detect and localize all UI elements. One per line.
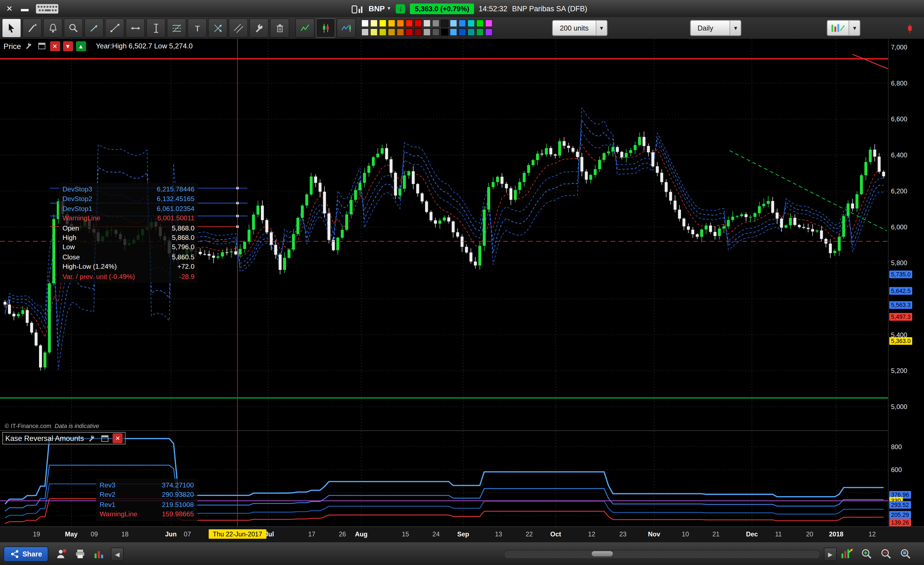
- date-label: 24: [433, 530, 440, 538]
- symbol-selector[interactable]: BNP▼: [369, 4, 391, 13]
- instrument-info-button[interactable]: i: [396, 4, 405, 13]
- print-button[interactable]: [73, 547, 87, 561]
- color-swatch[interactable]: [467, 29, 475, 36]
- keyboard-icon[interactable]: [36, 2, 59, 15]
- color-swatch[interactable]: [458, 29, 466, 36]
- horizontal-scrollbar[interactable]: [504, 550, 820, 559]
- title-bar: ✕ ▬ BNP▼ i 5,363.0 (+0.79%) 14:52:32 BNP…: [0, 0, 924, 17]
- arrows-tool-button[interactable]: [208, 18, 227, 38]
- date-label: 26: [339, 530, 346, 538]
- color-swatch[interactable]: [396, 29, 404, 36]
- color-swatch[interactable]: [370, 29, 378, 36]
- price-info-row: High-Low (1.24%)+72.0: [62, 262, 194, 272]
- color-swatch[interactable]: [441, 20, 448, 27]
- color-swatch[interactable]: [485, 29, 493, 36]
- close-window-icon[interactable]: ✕: [4, 4, 14, 13]
- color-swatch[interactable]: [450, 20, 458, 27]
- text-icon: T: [191, 22, 203, 34]
- color-swatch[interactable]: [388, 29, 396, 36]
- color-swatch[interactable]: [396, 20, 404, 27]
- color-swatch[interactable]: [379, 29, 387, 36]
- color-swatch[interactable]: [476, 29, 484, 36]
- vertical-line-tool-button[interactable]: [146, 18, 165, 38]
- minimize-window-icon[interactable]: ▬: [20, 4, 29, 13]
- color-swatch[interactable]: [485, 20, 493, 27]
- units-dropdown[interactable]: 200 units ▼: [552, 20, 608, 36]
- price-settings-wrench-icon[interactable]: [24, 41, 34, 51]
- indicator-style-dropdown[interactable]: ▼: [827, 20, 861, 36]
- trendline-tool-button[interactable]: [105, 18, 124, 38]
- price-move-down-icon[interactable]: ▼: [63, 41, 73, 51]
- color-swatch[interactable]: [432, 20, 440, 27]
- candlestick-chart-style-button[interactable]: [316, 18, 336, 38]
- fibonacci-icon: [171, 22, 182, 34]
- delete-tool-button[interactable]: [270, 18, 289, 38]
- share-button[interactable]: Share: [4, 546, 49, 562]
- color-swatch[interactable]: [450, 29, 458, 36]
- color-swatch[interactable]: [362, 29, 369, 36]
- price-tag-label: 5,563.3: [890, 301, 912, 309]
- price-info-row: DevStop26,132.45165: [62, 194, 194, 204]
- price-window-icon[interactable]: [37, 41, 47, 51]
- color-swatch[interactable]: [388, 20, 396, 27]
- settings-tool-button[interactable]: [249, 18, 268, 38]
- date-label: 12: [868, 530, 876, 538]
- color-swatch[interactable]: [423, 20, 431, 27]
- color-swatch[interactable]: [370, 20, 378, 27]
- indicator-style-icon: [828, 21, 849, 36]
- color-swatch[interactable]: [432, 29, 440, 36]
- chart-fit-button[interactable]: [840, 547, 854, 561]
- trader-alert-button[interactable]: [54, 547, 68, 561]
- kase-panel-header: Kase Reversal Amounts ✕: [3, 432, 126, 445]
- scroll-left-button[interactable]: ◀: [111, 548, 124, 561]
- scrollbar-thumb[interactable]: [591, 551, 613, 556]
- pencil-icon: [26, 22, 38, 34]
- color-swatch[interactable]: [476, 20, 484, 27]
- period-dropdown[interactable]: Daily ▼: [690, 20, 742, 36]
- color-swatch[interactable]: [405, 29, 413, 36]
- x-axis-date-row[interactable]: Thu 22-Jun-2017 19May0918Jun07Jul1726Aug…: [0, 526, 924, 543]
- color-swatch[interactable]: [458, 20, 466, 27]
- zoom-range-button[interactable]: [899, 547, 913, 561]
- color-swatch[interactable]: [379, 20, 387, 27]
- chart-area[interactable]: Price ✕ ▼ ▲ Year:High 6,502.7 Low 5,274.…: [0, 39, 924, 542]
- scroll-right-button[interactable]: ▶: [824, 548, 837, 561]
- price-close-icon[interactable]: ✕: [50, 41, 60, 51]
- price-info-row: High5,868.0: [62, 233, 194, 242]
- date-label: 09: [91, 530, 98, 538]
- segment-tool-button[interactable]: [84, 18, 104, 38]
- price-y-axis[interactable]: 7,0006,8006,6006,4006,2006,0005,8005,400…: [888, 39, 924, 542]
- line-chart-icon: [299, 22, 311, 34]
- price-panel-header: Price ✕ ▼ ▲ Year:High 6,502.7 Low 5,274.…: [4, 41, 197, 51]
- horizontal-line-tool-button[interactable]: [125, 18, 145, 38]
- line-chart-style-button[interactable]: [296, 18, 315, 38]
- kase-close-icon[interactable]: ✕: [113, 433, 123, 443]
- kase-window-icon[interactable]: [100, 433, 110, 443]
- color-swatch[interactable]: [414, 29, 422, 36]
- fibonacci-tool-button[interactable]: [166, 18, 186, 38]
- pencil-tool-button[interactable]: [22, 18, 42, 38]
- alert-tool-button[interactable]: [43, 18, 62, 38]
- price-move-up-icon[interactable]: ▲: [76, 41, 86, 51]
- date-label: 2018: [829, 530, 843, 538]
- color-swatch[interactable]: [414, 20, 422, 27]
- kase-settings-wrench-icon[interactable]: [87, 433, 97, 443]
- channel-tool-button[interactable]: [228, 18, 248, 38]
- color-swatch[interactable]: [362, 20, 369, 27]
- zoom-tool-button[interactable]: [63, 18, 83, 38]
- color-swatch[interactable]: [405, 20, 413, 27]
- text-tool-button[interactable]: T: [187, 18, 207, 38]
- color-swatch[interactable]: [467, 20, 475, 27]
- zoom-in-button[interactable]: [860, 547, 874, 561]
- color-swatch[interactable]: [441, 29, 448, 36]
- drawing-toolbar: T 200 units ▼ Daily ▼ ▼: [0, 17, 924, 39]
- price-tick-label: 7,000: [891, 44, 907, 51]
- date-label: 12: [588, 530, 595, 538]
- report-button[interactable]: [92, 547, 106, 561]
- overlay-chart-style-button[interactable]: [337, 18, 356, 38]
- select-tool-button[interactable]: [2, 18, 21, 38]
- quick-candle-button[interactable]: [900, 18, 920, 38]
- trash-icon: [274, 22, 285, 34]
- zoom-out-button[interactable]: [879, 547, 893, 561]
- color-swatch[interactable]: [423, 29, 431, 36]
